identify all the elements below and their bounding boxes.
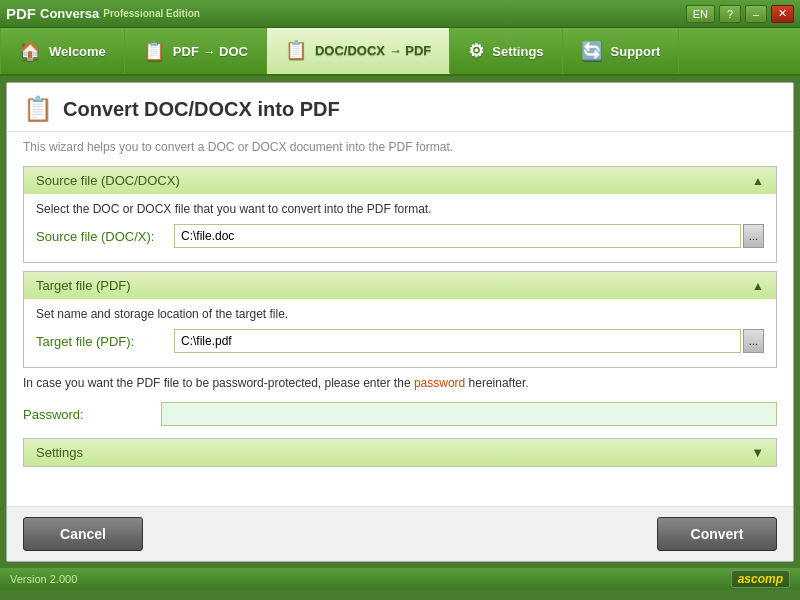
target-browse-button[interactable]: ... — [743, 329, 764, 353]
ascomp-logo: ascomp — [731, 570, 790, 588]
password-note-highlight: password — [414, 376, 465, 390]
password-note-prefix: In case you want the PDF file to be pass… — [23, 376, 414, 390]
source-section-desc: Select the DOC or DOCX file that you wan… — [36, 202, 764, 216]
app-logo: PDF Conversa Professional Edition — [6, 5, 200, 22]
app-name-conversa: Conversa — [40, 6, 99, 21]
password-input[interactable] — [161, 402, 777, 426]
source-section-header[interactable]: Source file (DOC/DOCX) ▲ — [24, 167, 776, 194]
source-field-row: Source file (DOC/X): ... — [36, 224, 764, 248]
tab-support-label: Support — [611, 44, 661, 59]
title-bar: PDF Conversa Professional Edition EN ? –… — [0, 0, 800, 28]
app-edition: Professional Edition — [103, 8, 200, 19]
tab-welcome-label: Welcome — [49, 44, 106, 59]
tab-doc-pdf-label: DOC/DOCX → PDF — [315, 43, 431, 58]
main-content: 📋 Convert DOC/DOCX into PDF This wizard … — [6, 82, 794, 562]
page-header: 📋 Convert DOC/DOCX into PDF — [7, 83, 793, 132]
target-section-header[interactable]: Target file (PDF) ▲ — [24, 272, 776, 299]
source-section-body: Select the DOC or DOCX file that you wan… — [24, 194, 776, 262]
password-label: Password: — [23, 407, 153, 422]
help-button[interactable]: ? — [719, 5, 741, 23]
wizard-description: This wizard helps you to convert a DOC o… — [7, 132, 793, 162]
target-input-wrap: ... — [174, 329, 764, 353]
tab-support[interactable]: 🔄 Support — [563, 28, 680, 74]
target-section-desc: Set name and storage location of the tar… — [36, 307, 764, 321]
status-bar: Version 2.000 ascomp — [0, 568, 800, 590]
tab-welcome[interactable]: 🏠 Welcome — [0, 28, 125, 74]
minimize-button[interactable]: – — [745, 5, 767, 23]
settings-icon: ⚙ — [468, 40, 484, 62]
footer: Cancel Convert — [7, 506, 793, 561]
welcome-icon: 🏠 — [19, 40, 41, 62]
source-section: Source file (DOC/DOCX) ▲ Select the DOC … — [23, 166, 777, 263]
tab-settings-label: Settings — [492, 44, 543, 59]
tab-pdf-doc[interactable]: 📋 PDF → DOC — [125, 28, 267, 74]
password-note: In case you want the PDF file to be pass… — [7, 372, 793, 394]
target-section-body: Set name and storage location of the tar… — [24, 299, 776, 367]
nav-bar: 🏠 Welcome 📋 PDF → DOC 📋 DOC/DOCX → PDF ⚙… — [0, 28, 800, 76]
doc-pdf-icon: 📋 — [285, 39, 307, 61]
page-title: Convert DOC/DOCX into PDF — [63, 98, 340, 121]
settings-section-title: Settings — [36, 445, 83, 460]
settings-section-header[interactable]: Settings ▼ — [24, 439, 776, 466]
tab-pdf-doc-label: PDF → DOC — [173, 44, 248, 59]
convert-button[interactable]: Convert — [657, 517, 777, 551]
source-file-input[interactable] — [174, 224, 741, 248]
title-bar-left: PDF Conversa Professional Edition — [6, 5, 200, 22]
tab-settings[interactable]: ⚙ Settings — [450, 28, 562, 74]
source-chevron-icon: ▲ — [752, 174, 764, 188]
pdf-doc-icon: 📋 — [143, 40, 165, 62]
source-field-label: Source file (DOC/X): — [36, 229, 166, 244]
source-section-title: Source file (DOC/DOCX) — [36, 173, 180, 188]
ascomp-text: ascomp — [738, 572, 783, 586]
language-button[interactable]: EN — [686, 5, 715, 23]
app-name-pdf: PDF — [6, 5, 36, 22]
close-button[interactable]: ✕ — [771, 5, 794, 23]
target-section-title: Target file (PDF) — [36, 278, 131, 293]
tab-doc-pdf[interactable]: 📋 DOC/DOCX → PDF — [267, 28, 450, 74]
password-note-suffix: hereinafter. — [465, 376, 528, 390]
settings-panel: Settings ▼ — [23, 438, 777, 467]
target-section: Target file (PDF) ▲ Set name and storage… — [23, 271, 777, 368]
cancel-button[interactable]: Cancel — [23, 517, 143, 551]
source-input-wrap: ... — [174, 224, 764, 248]
version-label: Version 2.000 — [10, 573, 77, 585]
page-header-icon: 📋 — [23, 95, 53, 123]
settings-chevron-icon: ▼ — [751, 445, 764, 460]
target-chevron-icon: ▲ — [752, 279, 764, 293]
target-field-row: Target file (PDF): ... — [36, 329, 764, 353]
support-icon: 🔄 — [581, 40, 603, 62]
target-field-label: Target file (PDF): — [36, 334, 166, 349]
source-browse-button[interactable]: ... — [743, 224, 764, 248]
title-bar-controls: EN ? – ✕ — [686, 5, 794, 23]
target-file-input[interactable] — [174, 329, 741, 353]
password-row: Password: — [23, 402, 777, 426]
